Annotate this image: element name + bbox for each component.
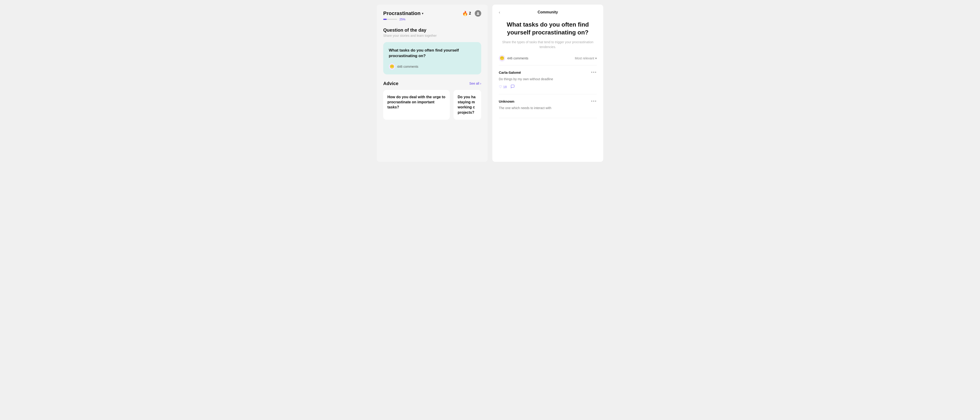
advice-title: Advice xyxy=(383,81,398,86)
user-avatar-icon[interactable] xyxy=(475,10,481,17)
filter-dropdown[interactable]: Most relevant ▾ xyxy=(575,56,597,60)
comment-header-1: Carla-Salomé ••• xyxy=(499,70,597,75)
more-options-button-1[interactable]: ••• xyxy=(591,70,597,75)
advice-section: Advice See all › How do you deal with th… xyxy=(383,81,481,120)
total-comments: 446 comments xyxy=(507,56,528,60)
big-question-title: What tasks do you often find yourself pr… xyxy=(499,21,597,37)
question-card[interactable]: What tasks do you often find yourself pr… xyxy=(383,42,481,75)
commenter-name-1: Carla-Salomé xyxy=(499,70,521,75)
heart-icon: ♡ xyxy=(499,84,502,89)
back-button[interactable]: ‹ xyxy=(499,10,500,15)
advice-card-1[interactable]: How do you deal with the urge to procras… xyxy=(383,90,450,120)
community-header: ‹ Community xyxy=(499,10,597,14)
comment-emoji: 😶 xyxy=(390,64,394,68)
community-title: Community xyxy=(538,10,558,14)
comment-item-2: Unknown ••• The one which needs to inter… xyxy=(499,99,597,118)
community-emoji: 😶 xyxy=(500,56,504,60)
right-panel: ‹ Community What tasks do you often find… xyxy=(492,5,603,162)
header-icons: 🔥 2 xyxy=(462,10,481,17)
comments-row: 😶 446 comments xyxy=(389,63,476,70)
commenter-name-2: Unknown xyxy=(499,99,514,103)
comment-body-1: Do things by my own without deadline xyxy=(499,77,597,81)
advice-card-2-text: Do you ha staying m working c projects? xyxy=(458,95,477,115)
svg-point-0 xyxy=(477,12,479,13)
comment-item-1: Carla-Salomé ••• Do things by my own wit… xyxy=(499,70,597,94)
chat-bubble-icon xyxy=(511,84,515,89)
filter-label: Most relevant xyxy=(575,56,594,60)
reply-button-1[interactable] xyxy=(511,84,515,89)
advice-card-1-text: How do you deal with the urge to procras… xyxy=(387,95,445,110)
comment-body-2: The one which needs to interact with xyxy=(499,106,597,110)
left-panel: Procrastination ▾ 🔥 2 25% Question of th… xyxy=(377,5,488,162)
see-all-button[interactable]: See all › xyxy=(469,81,481,85)
comment-actions-1: ♡ 18 xyxy=(499,84,597,89)
more-options-button-2[interactable]: ••• xyxy=(591,99,597,104)
comment-header-2: Unknown ••• xyxy=(499,99,597,104)
page-title: Procrastination xyxy=(383,10,420,16)
chevron-right-icon: › xyxy=(480,81,481,85)
advice-card-2[interactable]: Do you ha staying m working c projects? xyxy=(453,90,481,120)
big-question-subtitle: Share the types of tasks that tend to tr… xyxy=(499,40,597,49)
like-button-1[interactable]: ♡ 18 xyxy=(499,84,507,89)
fire-count: 2 xyxy=(469,11,471,16)
community-avatar: 😶 xyxy=(499,55,505,62)
advice-header: Advice See all › xyxy=(383,81,481,86)
comments-count-row: 😶 446 comments xyxy=(499,55,528,62)
advice-cards: How do you deal with the urge to procras… xyxy=(383,90,481,120)
progress-bar xyxy=(383,19,397,20)
comment-avatar: 😶 xyxy=(389,63,395,70)
question-of-day-section: Question of the day Share your stories a… xyxy=(383,27,481,37)
filter-chevron-icon: ▾ xyxy=(595,56,597,60)
fire-badge: 🔥 2 xyxy=(462,11,471,16)
chevron-down-icon[interactable]: ▾ xyxy=(422,11,423,15)
comments-filter-row: 😶 446 comments Most relevant ▾ xyxy=(499,55,597,65)
fire-icon: 🔥 xyxy=(462,11,468,16)
like-count-1: 18 xyxy=(503,85,507,89)
progress-label: 25% xyxy=(399,18,406,21)
title-row: Procrastination ▾ xyxy=(383,10,423,16)
comment-count: 446 comments xyxy=(397,65,418,68)
section-title: Question of the day xyxy=(383,27,481,33)
header: Procrastination ▾ 🔥 2 xyxy=(383,10,481,17)
progress-row: 25% xyxy=(383,18,481,21)
section-subtitle: Share your stories and learn together xyxy=(383,34,481,37)
progress-fill xyxy=(383,19,387,20)
question-card-text: What tasks do you often find yourself pr… xyxy=(389,48,476,59)
